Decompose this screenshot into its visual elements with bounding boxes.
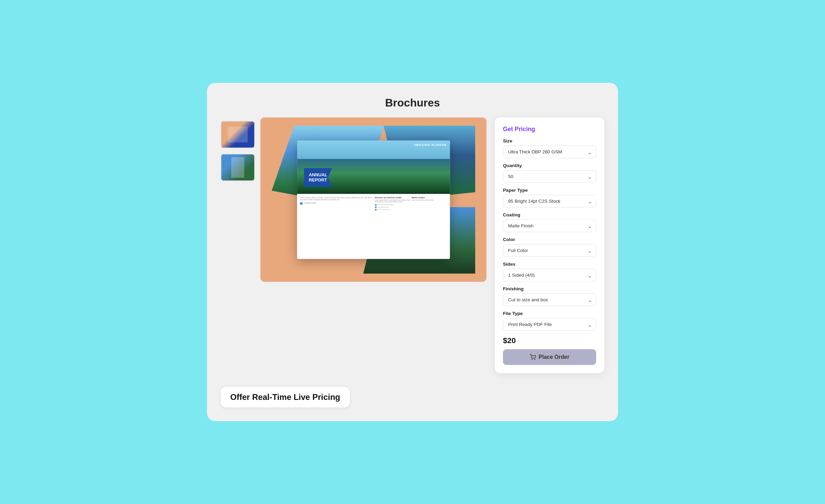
market-column: Market studies Lorem ipsum dolor sit ame… (411, 197, 447, 256)
svg-point-0 (532, 359, 532, 360)
brochure-slogan: AMAZING SLOGAN (414, 143, 446, 147)
coating-field: Coating Matte Finish Gloss Finish No Coa… (503, 212, 596, 232)
color-field: Color Full Color Black & White Spot Colo… (503, 237, 596, 257)
brochure-sheet: AMAZING SLOGAN ANNUAL REPORT (297, 140, 450, 259)
annual-report-badge: ANNUAL REPORT (304, 168, 332, 187)
page-title: Brochures (221, 97, 604, 109)
bottom-label-text: Offer Real-Time Live Pricing (230, 392, 340, 402)
thumbnail-1[interactable] (221, 121, 255, 148)
quantity-select-wrapper: 25 50 100 250 500 1000 (503, 170, 596, 183)
thumbnail-list (221, 117, 255, 282)
coating-label: Coating (503, 212, 596, 217)
quantity-field: Quantity 25 50 100 250 500 1000 (503, 163, 596, 183)
cart-icon (530, 354, 536, 360)
finishing-select[interactable]: Cut to size and box Folded Stapled (503, 293, 596, 306)
size-select-wrapper: Ultra Thick DBP 280 GSM Thick DBP 200 GS… (503, 146, 596, 158)
bottom-label-card: Offer Real-Time Live Pricing (221, 387, 350, 407)
paper-type-select[interactable]: 95 Bright 14pt C2S Stock 100lb Gloss Tex… (503, 195, 596, 207)
brochure-right-columns: Discover our business model Lorem ipsum … (375, 197, 447, 256)
price-display: $20 (503, 336, 596, 345)
thumbnail-2[interactable] (221, 154, 255, 181)
quantity-select[interactable]: 25 50 100 250 500 1000 (503, 170, 596, 183)
svg-point-1 (534, 359, 535, 360)
coating-select-wrapper: Matte Finish Gloss Finish No Coating (503, 219, 596, 232)
size-select[interactable]: Ultra Thick DBP 280 GSM Thick DBP 200 GS… (503, 146, 596, 158)
finishing-field: Finishing Cut to size and box Folded Sta… (503, 286, 596, 306)
coating-select[interactable]: Matte Finish Gloss Finish No Coating (503, 219, 596, 232)
sides-label: Sides (503, 262, 596, 267)
preview-area: AMAZING SLOGAN ANNUAL REPORT (221, 117, 487, 282)
bottom-row: Offer Real-Time Live Pricing (221, 379, 604, 407)
pricing-heading: Get Pricing (503, 126, 596, 133)
paper-type-field: Paper Type 95 Bright 14pt C2S Stock 100l… (503, 188, 596, 207)
color-label: Color (503, 237, 596, 242)
sides-field: Sides 1 Sided (4/0) 2 Sided (4/4) (503, 262, 596, 281)
paper-type-label: Paper Type (503, 188, 596, 193)
brochure-header: AMAZING SLOGAN ANNUAL REPORT (297, 140, 450, 194)
brochure-content: Lorem ipsum dolor sit amet, conter nomet… (297, 194, 450, 259)
size-field: Size Ultra Thick DBP 280 GSM Thick DBP 2… (503, 138, 596, 158)
main-card: Brochures (207, 83, 618, 421)
file-type-field: File Type Print Ready PDF File Design Te… (503, 311, 596, 331)
main-content: AMAZING SLOGAN ANNUAL REPORT (221, 117, 604, 373)
file-type-label: File Type (503, 311, 596, 316)
size-label: Size (503, 138, 596, 143)
pricing-panel: Get Pricing Size Ultra Thick DBP 280 GSM… (495, 117, 604, 373)
place-order-button[interactable]: Place Order (503, 349, 596, 365)
file-type-select[interactable]: Print Ready PDF File Design Template Upl… (503, 318, 596, 331)
color-select[interactable]: Full Color Black & White Spot Color (503, 244, 596, 257)
quantity-label: Quantity (503, 163, 596, 168)
main-preview-image: AMAZING SLOGAN ANNUAL REPORT (260, 117, 487, 282)
finishing-select-wrapper: Cut to size and box Folded Stapled (503, 293, 596, 306)
paper-type-select-wrapper: 95 Bright 14pt C2S Stock 100lb Gloss Tex… (503, 195, 596, 207)
file-type-select-wrapper: Print Ready PDF File Design Template Upl… (503, 318, 596, 331)
color-select-wrapper: Full Color Black & White Spot Color (503, 244, 596, 257)
sides-select-wrapper: 1 Sided (4/0) 2 Sided (4/4) (503, 269, 596, 281)
discover-column: Discover our business model Lorem ipsum … (375, 197, 410, 256)
brochure-mockup: AMAZING SLOGAN ANNUAL REPORT (272, 126, 475, 274)
sides-select[interactable]: 1 Sided (4/0) 2 Sided (4/4) (503, 269, 596, 281)
finishing-label: Finishing (503, 286, 596, 291)
brochure-left-column: Lorem ipsum dolor sit amet, conter nomet… (300, 197, 372, 256)
